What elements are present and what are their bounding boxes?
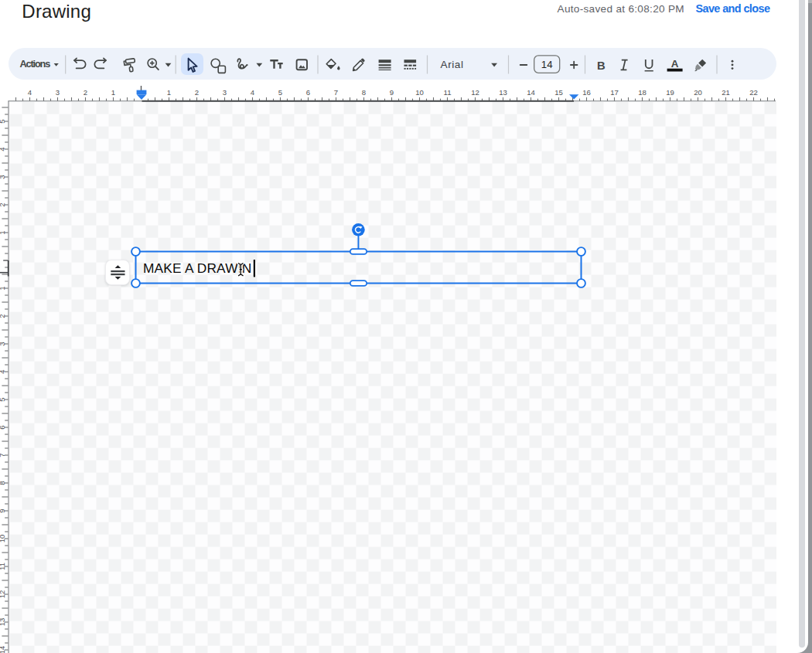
svg-text:12: 12 — [471, 88, 479, 97]
svg-text:10: 10 — [0, 535, 6, 543]
svg-text:Save and close: Save and close — [696, 2, 770, 15]
svg-text:1: 1 — [111, 88, 115, 97]
svg-text:20: 20 — [694, 88, 702, 97]
svg-text:8: 8 — [0, 481, 6, 485]
svg-text:1: 1 — [167, 88, 171, 97]
svg-text:15: 15 — [554, 88, 563, 97]
svg-text:12: 12 — [0, 590, 6, 599]
svg-text:6: 6 — [306, 88, 310, 97]
svg-text:3: 3 — [56, 88, 60, 97]
svg-text:Drawing: Drawing — [22, 1, 91, 22]
svg-text:3: 3 — [223, 88, 227, 97]
svg-text:1: 1 — [0, 230, 6, 234]
svg-text:4: 4 — [251, 88, 255, 97]
svg-text:11: 11 — [444, 88, 452, 97]
svg-text:2: 2 — [0, 202, 6, 206]
svg-text:7: 7 — [0, 453, 6, 457]
svg-text:10: 10 — [415, 88, 424, 97]
svg-text:4: 4 — [0, 369, 6, 374]
svg-text:9: 9 — [0, 508, 6, 512]
svg-text:4: 4 — [0, 147, 6, 151]
svg-text:13: 13 — [0, 618, 6, 627]
svg-text:1: 1 — [0, 286, 6, 290]
svg-text:5: 5 — [0, 397, 6, 401]
svg-text:22: 22 — [749, 88, 758, 97]
svg-text:2: 2 — [84, 88, 87, 97]
svg-text:2: 2 — [0, 314, 6, 318]
svg-text:Auto-saved at 6:08:20 PM: Auto-saved at 6:08:20 PM — [558, 3, 684, 15]
svg-text:14: 14 — [0, 645, 6, 653]
svg-text:3: 3 — [0, 175, 6, 179]
svg-text:A: A — [671, 58, 679, 70]
svg-text:MAKE A DRAWIN: MAKE A DRAWIN — [143, 260, 251, 276]
svg-text:17: 17 — [610, 88, 619, 97]
svg-text:3: 3 — [0, 342, 6, 345]
svg-text:5: 5 — [278, 88, 282, 97]
svg-text:14: 14 — [541, 59, 553, 70]
svg-text:7: 7 — [334, 88, 338, 97]
svg-text:6: 6 — [0, 425, 6, 429]
svg-text:19: 19 — [666, 88, 674, 97]
svg-text:Arial: Arial — [441, 59, 464, 70]
svg-text:18: 18 — [638, 88, 647, 97]
svg-text:B: B — [597, 60, 606, 72]
svg-text:8: 8 — [362, 88, 366, 97]
svg-text:16: 16 — [582, 88, 591, 97]
svg-text:5: 5 — [0, 119, 6, 123]
svg-text:13: 13 — [499, 88, 507, 97]
svg-text:21: 21 — [722, 88, 730, 97]
svg-text:9: 9 — [390, 88, 394, 97]
svg-text:Actions: Actions — [19, 58, 50, 70]
svg-text:2: 2 — [195, 88, 199, 97]
svg-text:11: 11 — [0, 563, 6, 570]
svg-text:14: 14 — [527, 88, 535, 97]
svg-text:4: 4 — [28, 88, 32, 97]
